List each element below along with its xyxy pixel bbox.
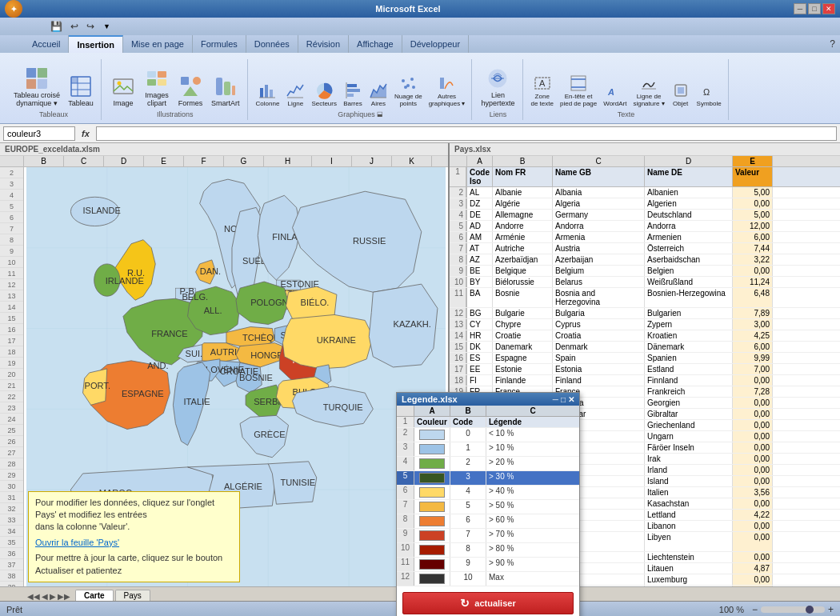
legend-row[interactable]: 10 8 > 80 % (397, 543, 579, 558)
undo-qa-button[interactable]: ↩ (68, 21, 81, 32)
legend-code: 1 (450, 442, 486, 456)
legend-restore-button[interactable]: □ (561, 395, 566, 404)
table-row[interactable]: 17 EE Estonie Estonia Estland 7,00 (450, 364, 840, 375)
color-swatch (419, 559, 445, 570)
office-orb[interactable]: ✦ (5, 0, 22, 18)
cell-code: FI (467, 375, 493, 386)
formes-button[interactable]: Formes (175, 72, 206, 109)
name-box[interactable] (3, 126, 75, 141)
images-clipart-button[interactable]: Imagesclipart (142, 64, 172, 109)
secteurs-label: Secteurs (311, 100, 337, 107)
close-button[interactable]: ✕ (822, 3, 835, 14)
legend-row[interactable]: 3 1 > 10 % (397, 442, 579, 457)
table-row[interactable]: 3 DZ Algérie Algeria Algerien 0,00 (450, 198, 840, 210)
table-row[interactable]: 9 BE Belgique Belgium Belgien 0,00 (450, 266, 840, 277)
minimize-button[interactable]: ─ (794, 3, 806, 14)
tab-donnees[interactable]: Données (246, 35, 298, 53)
legend-row[interactable]: 7 5 > 50 % (397, 500, 579, 514)
tab-formules[interactable]: Formules (193, 35, 246, 53)
tab-affichage[interactable]: Affichage (349, 35, 402, 53)
sheet-nav-last[interactable]: ▶▶ (58, 592, 70, 601)
objet-button[interactable]: Objet (670, 79, 692, 109)
smartart-button[interactable]: SmartArt (209, 72, 242, 109)
tableau-button[interactable]: Tableau (66, 72, 96, 109)
legend-row[interactable]: 12 10 Max (397, 572, 579, 586)
secteurs-button[interactable]: Secteurs (310, 79, 338, 109)
table-row[interactable]: 16 ES Espagne Spain Spanien 9,99 (450, 353, 840, 364)
table-row[interactable]: 13 CY Chypre Cyprus Zypern 3,00 (450, 319, 840, 330)
table-row[interactable]: 2 AL Albanie Albania Albanien 5,00 (450, 187, 840, 198)
zone-texte-button[interactable]: A Zonede texte (530, 72, 555, 109)
graphiques-expand[interactable]: ⬓ (377, 110, 383, 118)
cell-code: AM (467, 232, 493, 242)
row-5: 5 (0, 201, 23, 212)
wordart-button[interactable]: A WordArt (602, 79, 628, 109)
restore-button[interactable]: □ (808, 3, 821, 14)
actualiser-button[interactable]: ↻ actualiser (402, 592, 574, 614)
aires-button[interactable]: Aires (367, 79, 390, 109)
tab-mise-en-page[interactable]: Mise en page (123, 35, 193, 53)
legend-row[interactable]: 8 6 > 60 % (397, 514, 579, 529)
sheet-tab-pays[interactable]: Pays (115, 590, 150, 601)
nuage-button[interactable]: Nuage depoints (393, 72, 424, 109)
table-row[interactable]: 14 HR Croatie Croatia Kroatien 4,25 (450, 330, 840, 342)
legend-close-button[interactable]: ✕ (568, 395, 574, 404)
table-row[interactable]: 18 FI Finlande Finland Finnland 0,00 (450, 375, 840, 386)
image-button[interactable]: Image (108, 72, 138, 109)
legend-row[interactable]: 2 0 < 10 % (397, 428, 579, 442)
symbole-button[interactable]: Ω Symbole (695, 79, 723, 109)
redo-qa-button[interactable]: ↪ (84, 21, 97, 32)
ligne-icon (286, 81, 305, 100)
fx-button[interactable]: fx (78, 129, 93, 138)
legend-row[interactable]: 5 3 > 30 % (397, 471, 579, 486)
legend-row[interactable]: 6 4 > 40 % (397, 486, 579, 500)
legend-row[interactable]: 4 2 > 20 % (397, 457, 579, 471)
legend-minimize-button[interactable]: ─ (553, 395, 558, 404)
help-button[interactable]: ? (830, 38, 835, 50)
color-swatch (419, 430, 445, 440)
svg-rect-30 (347, 89, 360, 92)
lien-hypertexte-button[interactable]: Lienhypertexte (478, 64, 517, 109)
open-pays-link[interactable]: Ouvrir la feuille 'Pays' (35, 538, 119, 547)
svg-rect-22 (232, 86, 235, 95)
zoom-in-button[interactable]: + (828, 604, 834, 615)
cell-val: 4,25 (733, 330, 773, 341)
row-35: 35 (0, 537, 23, 548)
sheet-tab-carte[interactable]: Carte (75, 590, 114, 601)
entete-pied-button[interactable]: En-tête etpied de page (558, 72, 598, 109)
qa-customize[interactable]: ▼ (103, 22, 110, 30)
table-row[interactable]: 15 DK Danemark Denmark Dänemark 6,00 (450, 342, 840, 353)
autres-graphiques-button[interactable]: Autresgraphiques ▾ (427, 72, 467, 109)
table-row[interactable]: 6 AM Arménie Armenia Armenien 6,00 (450, 232, 840, 243)
formula-input[interactable] (96, 126, 837, 141)
table-row[interactable]: 5 AD Andorre Andorra Andorra 12,00 (450, 221, 840, 232)
ligne-signature-button[interactable]: Ligne designature ▾ (631, 72, 666, 109)
ligne-button[interactable]: Ligne (284, 79, 306, 109)
legend-row-num: 11 (397, 558, 414, 571)
legend-row[interactable]: 11 9 > 90 % (397, 558, 579, 572)
legend-row[interactable]: 9 7 > 70 % (397, 529, 579, 543)
table-row[interactable]: 10 BY Biélorussie Belarus Weißrußland 11… (450, 277, 840, 288)
tableau-croise-button[interactable]: Tableau croisédynamique ▾ (11, 64, 62, 109)
colonne-button[interactable]: Colonne (254, 79, 282, 109)
tab-developpeur[interactable]: Développeur (402, 35, 469, 53)
tab-insertion[interactable]: Insertion (69, 35, 122, 53)
sheet-nav-next[interactable]: ▶ (50, 592, 56, 601)
table-row[interactable]: 4 DE Allemagne Germany Deutschland 5,00 (450, 210, 840, 221)
sheet-nav-prev[interactable]: ◀ (42, 592, 48, 601)
table-row[interactable]: 11 BA Bosnie Bosnia and Herzegovina Bosn… (450, 288, 840, 308)
zoom-thumb[interactable] (806, 606, 814, 614)
zoom-out-button[interactable]: − (752, 604, 758, 615)
tab-accueil[interactable]: Accueil (24, 35, 69, 53)
tab-revision[interactable]: Révision (298, 35, 349, 53)
sheet-nav-first[interactable]: ◀◀ (27, 592, 40, 601)
table-row[interactable]: 7 AT Autriche Austria Österreich 7,44 (450, 243, 840, 254)
cell-code: AT (467, 243, 493, 254)
barres-button[interactable]: Barres (342, 79, 364, 109)
zoom-bar[interactable] (761, 606, 825, 613)
wordart-icon: A (606, 81, 625, 100)
table-row[interactable]: 8 AZ Azerbaïdjan Azerbaijan Aserbaidscha… (450, 254, 840, 266)
svg-text:PORT.: PORT. (85, 381, 110, 390)
table-row[interactable]: 12 BG Bulgarie Bulgaria Bulgarien 7,89 (450, 308, 840, 319)
save-qa-button[interactable]: 💾 (48, 21, 65, 32)
